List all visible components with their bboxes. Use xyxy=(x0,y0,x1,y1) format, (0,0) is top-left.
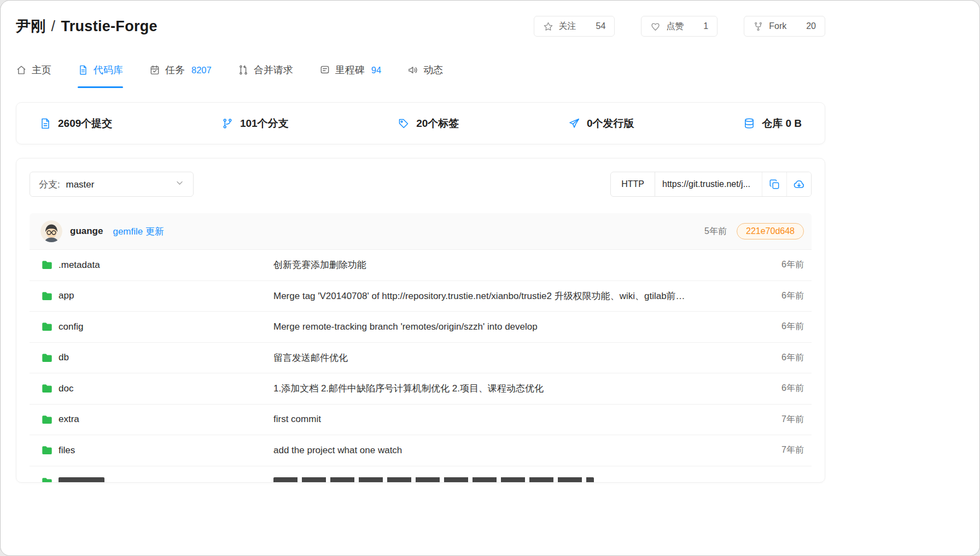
tab-home-label: 主页 xyxy=(32,63,51,77)
file-name-cell[interactable]: .metadata xyxy=(42,260,273,271)
file-commit-message[interactable]: 创新竞赛添加删除功能 xyxy=(273,259,781,271)
file-name[interactable]: extra xyxy=(59,414,79,425)
browser-toolbar: 分支: master HTTP https://git.trustie.net/… xyxy=(30,172,812,197)
file-name[interactable]: .metadata xyxy=(59,260,100,271)
commit-message-link[interactable]: gemfile 更新 xyxy=(113,225,164,238)
clipped-file-name xyxy=(59,477,104,483)
file-name-cell[interactable]: doc xyxy=(42,383,273,394)
folder-icon xyxy=(42,353,52,362)
stat-branches[interactable]: 101个分支 xyxy=(221,116,289,131)
stat-tags-label: 20个标签 xyxy=(416,116,459,131)
commit-icon xyxy=(39,118,51,130)
avatar[interactable] xyxy=(40,220,62,242)
branch-selector[interactable]: 分支: master xyxy=(30,172,194,197)
folder-icon xyxy=(42,415,52,424)
repo-header: 尹刚/Trustie-Forge 关注 54 点赞 1 xyxy=(16,1,825,52)
tab-code[interactable]: 代码库 xyxy=(78,52,123,88)
commit-hash-badge[interactable]: 221e70d648 xyxy=(737,223,804,239)
file-name-cell[interactable]: files xyxy=(42,445,273,456)
clipped-name-cell xyxy=(42,477,273,483)
tasks-icon xyxy=(149,65,160,75)
file-name[interactable]: files xyxy=(59,445,75,456)
clipped-next-row xyxy=(30,466,812,483)
file-row[interactable]: .metadata 创新竞赛添加删除功能 6年前 xyxy=(30,249,812,280)
star-icon xyxy=(543,21,553,32)
clipped-commit-message xyxy=(273,477,594,483)
copy-icon xyxy=(769,179,780,190)
file-browser-card: 分支: master HTTP https://git.trustie.net/… xyxy=(16,158,825,483)
home-icon xyxy=(16,65,27,75)
fork-label: Fork xyxy=(769,21,786,31)
milestone-icon xyxy=(319,65,330,75)
heart-icon xyxy=(650,21,661,32)
protocol-select[interactable]: HTTP xyxy=(611,172,655,196)
folder-icon xyxy=(42,291,52,301)
file-row[interactable]: app Merge tag 'V20140708' of http://repo… xyxy=(30,280,812,312)
file-commit-message[interactable]: 留言发送邮件优化 xyxy=(273,352,781,364)
praise-label: 点赞 xyxy=(666,21,684,32)
tag-icon xyxy=(398,118,410,130)
watch-label: 关注 xyxy=(559,21,576,32)
file-name[interactable]: config xyxy=(59,321,83,332)
repo-stats-bar: 2609个提交 101个分支 20个标签 0个发行版 xyxy=(16,102,825,144)
tab-home[interactable]: 主页 xyxy=(16,52,51,88)
chevron-down-icon xyxy=(175,178,184,190)
database-icon xyxy=(743,118,755,130)
file-commit-time: 6年前 xyxy=(781,321,804,332)
tab-pulls-label: 合并请求 xyxy=(254,63,293,77)
file-row[interactable]: files add the project what one watch 7年前 xyxy=(30,435,812,466)
branch-value: master xyxy=(66,179,94,190)
tab-activity[interactable]: 动态 xyxy=(407,52,443,88)
praise-button[interactable]: 点赞 1 xyxy=(641,16,718,37)
tab-milestones-count: 94 xyxy=(371,65,381,75)
fork-button[interactable]: Fork 20 xyxy=(744,16,825,37)
file-commit-time: 6年前 xyxy=(781,352,804,364)
stat-releases[interactable]: 0个发行版 xyxy=(568,116,634,131)
copy-button[interactable] xyxy=(762,172,786,196)
file-name[interactable]: app xyxy=(59,290,74,301)
release-icon xyxy=(568,118,580,130)
stat-tags[interactable]: 20个标签 xyxy=(398,116,459,131)
file-row[interactable]: db 留言发送邮件优化 6年前 xyxy=(30,342,812,373)
file-name-cell[interactable]: db xyxy=(42,352,273,363)
download-button[interactable] xyxy=(786,172,811,196)
stat-commits-label: 2609个提交 xyxy=(58,116,112,131)
file-commit-message[interactable]: 1.添加文档 2.邮件中缺陷序号计算机制优化 2.项目、课程动态优化 xyxy=(273,382,781,395)
file-name-cell[interactable]: config xyxy=(42,321,273,332)
repo-owner-link[interactable]: 尹刚 xyxy=(16,18,46,34)
latest-commit-bar: guange gemfile 更新 5年前 221e70d648 xyxy=(30,213,812,249)
file-commit-time: 6年前 xyxy=(781,259,804,271)
file-commit-message[interactable]: first commit xyxy=(273,414,781,425)
file-name[interactable]: doc xyxy=(59,383,73,394)
tab-milestones[interactable]: 里程碑 94 xyxy=(319,52,381,88)
file-name-cell[interactable]: extra xyxy=(42,414,273,425)
file-commit-message[interactable]: add the project what one watch xyxy=(273,445,781,456)
file-list: .metadata 创新竞赛添加删除功能 6年前 app Merg xyxy=(30,249,812,466)
stat-commits[interactable]: 2609个提交 xyxy=(39,116,112,131)
cloud-download-icon xyxy=(793,178,805,190)
repo-tabs: 主页 代码库 任务 8207 合并请求 xyxy=(16,52,825,88)
praise-count: 1 xyxy=(703,21,708,31)
file-row[interactable]: extra first commit 7年前 xyxy=(30,404,812,435)
tab-milestones-label: 里程碑 xyxy=(335,63,365,77)
repo-icon xyxy=(78,65,89,75)
branch-label: 分支: xyxy=(39,179,60,190)
tab-tasks-label: 任务 xyxy=(165,63,185,77)
repo-name-link[interactable]: Trustie-Forge xyxy=(61,18,157,34)
stat-repo-size[interactable]: 仓库 0 B xyxy=(743,116,802,131)
tab-tasks[interactable]: 任务 8207 xyxy=(149,52,212,88)
page-title: 尹刚/Trustie-Forge xyxy=(16,16,158,36)
commit-author[interactable]: guange xyxy=(70,226,103,237)
watch-button[interactable]: 关注 54 xyxy=(534,16,615,37)
tab-pulls[interactable]: 合并请求 xyxy=(238,52,293,88)
file-row[interactable]: doc 1.添加文档 2.邮件中缺陷序号计算机制优化 2.项目、课程动态优化 6… xyxy=(30,373,812,404)
file-commit-message[interactable]: Merge remote-tracking branch 'remotes/or… xyxy=(273,321,781,332)
clone-url-input[interactable]: https://git.trustie.net/j... xyxy=(655,172,762,196)
folder-icon xyxy=(42,322,52,331)
commit-time: 5年前 xyxy=(704,226,727,237)
fork-icon xyxy=(753,21,763,32)
file-name[interactable]: db xyxy=(59,352,69,363)
file-commit-message[interactable]: Merge tag 'V20140708' of http://reposito… xyxy=(273,290,781,302)
file-row[interactable]: config Merge remote-tracking branch 'rem… xyxy=(30,311,812,342)
file-name-cell[interactable]: app xyxy=(42,290,273,301)
